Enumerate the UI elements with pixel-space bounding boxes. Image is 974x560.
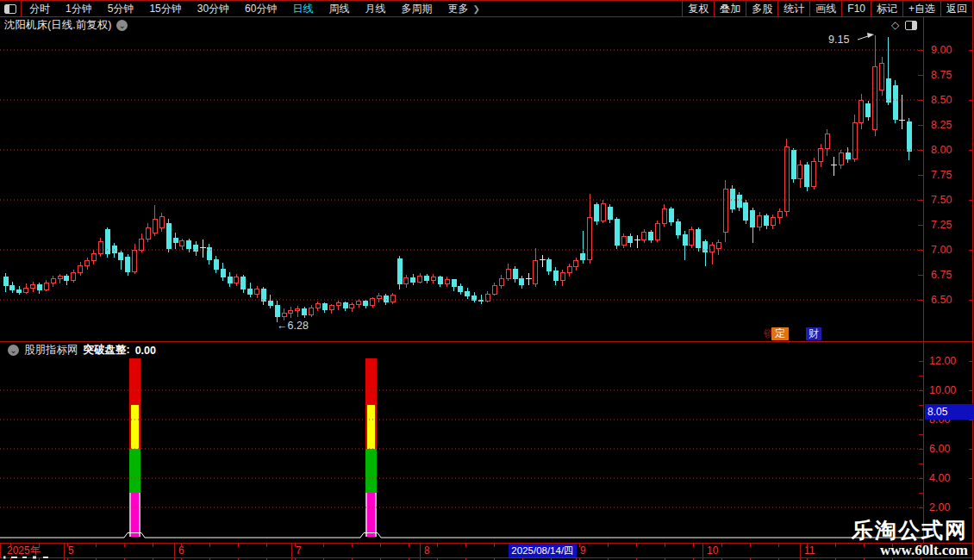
tool-item-0[interactable]: 复权 bbox=[682, 1, 714, 16]
main-y-label: 6.50 bbox=[931, 294, 952, 306]
diamond-icon[interactable]: ◇ bbox=[891, 19, 899, 31]
candle-down bbox=[275, 306, 279, 317]
clipped-glyph bbox=[3, 557, 6, 559]
sub-y-label: 6.00 bbox=[929, 443, 950, 455]
chevron-down-icon[interactable]: ⌄ bbox=[8, 345, 19, 356]
candle-up bbox=[296, 308, 300, 310]
period-item-6[interactable]: 日线 bbox=[284, 1, 321, 16]
candle-down bbox=[765, 216, 769, 225]
tool-item-8[interactable]: 返回 bbox=[940, 1, 972, 16]
main-y-label: 8.00 bbox=[931, 144, 952, 156]
candle-down bbox=[187, 241, 191, 249]
candle-up bbox=[499, 279, 503, 286]
period-item-8-label: 月线 bbox=[365, 2, 385, 16]
candle-down bbox=[397, 258, 402, 283]
candle-up bbox=[289, 311, 293, 313]
candle-up bbox=[390, 295, 395, 302]
candle-up bbox=[282, 313, 286, 317]
indicator-panel-chart[interactable] bbox=[0, 358, 922, 538]
candle-up bbox=[784, 147, 789, 212]
candle-down bbox=[546, 260, 551, 271]
annotation-high: 9.15 bbox=[828, 34, 849, 46]
candle-up bbox=[350, 305, 354, 308]
main-y-label: 7.75 bbox=[931, 169, 952, 181]
tool-item-0-label: 复权 bbox=[688, 2, 709, 16]
chart-canvas[interactable]: 9.15←6.286.506.757.007.257.507.758.008.2… bbox=[0, 0, 974, 560]
candle-up bbox=[377, 296, 381, 298]
candle-down bbox=[730, 189, 734, 208]
tool-item-4[interactable]: 画线 bbox=[809, 1, 841, 16]
candle-down bbox=[10, 286, 15, 290]
tool-item-6-label: 标记 bbox=[877, 2, 897, 16]
candle-up bbox=[777, 212, 782, 218]
candle-down bbox=[669, 208, 673, 221]
candle-up bbox=[852, 123, 857, 159]
year-label: 2025年 bbox=[7, 544, 41, 557]
candle-down bbox=[65, 276, 69, 281]
main-y-label: 9.00 bbox=[931, 44, 952, 56]
panel-toggle-icon[interactable] bbox=[905, 21, 917, 30]
candle-up bbox=[601, 204, 605, 221]
candle-up bbox=[85, 261, 90, 266]
candle-down bbox=[126, 257, 130, 271]
main-y-label: 6.75 bbox=[931, 269, 952, 281]
tool-item-6[interactable]: 标记 bbox=[871, 1, 902, 16]
candle-down bbox=[343, 302, 347, 308]
period-item-3-label: 15分钟 bbox=[149, 2, 181, 16]
tool-item-3[interactable]: 统计 bbox=[777, 1, 809, 16]
layout-toggle-button[interactable] bbox=[0, 1, 22, 16]
period-item-5[interactable]: 60分钟 bbox=[237, 1, 284, 16]
clipped-glyph bbox=[11, 557, 17, 558]
quick-badges: 锁 定 财 bbox=[764, 327, 821, 341]
finance-badge[interactable]: 财 bbox=[806, 327, 821, 340]
period-item-4[interactable]: 30分钟 bbox=[190, 1, 237, 16]
candle-down bbox=[173, 238, 178, 243]
candle-down bbox=[615, 219, 619, 245]
candle-up bbox=[621, 237, 626, 245]
candle-down bbox=[465, 292, 470, 296]
candle-up bbox=[859, 100, 864, 123]
main-candlestick-chart[interactable]: 9.15←6.28 bbox=[3, 33, 911, 332]
candle-down bbox=[221, 269, 225, 277]
ding-badge[interactable]: 定 bbox=[771, 327, 789, 340]
candle-down bbox=[696, 230, 701, 248]
candle-up bbox=[825, 134, 829, 148]
chevron-down-icon[interactable]: ⌄ bbox=[116, 20, 128, 31]
period-item-9[interactable]: 多周期 bbox=[393, 1, 440, 16]
date-readout: 2025/08/14/四 bbox=[509, 544, 577, 557]
chart-title-row: 沈阳机床(日线.前复权) ⌄ bbox=[4, 18, 128, 33]
period-item-7[interactable]: 周线 bbox=[321, 1, 357, 16]
candle-up bbox=[72, 273, 76, 281]
candle-up bbox=[839, 152, 843, 165]
candle-down bbox=[791, 150, 796, 179]
period-item-10[interactable]: 更多❯ bbox=[440, 1, 487, 16]
candle-up bbox=[234, 277, 239, 283]
candle-up bbox=[873, 67, 877, 130]
tool-item-1[interactable]: 叠加 bbox=[714, 1, 746, 16]
candle-down bbox=[595, 205, 599, 221]
candle-down bbox=[649, 232, 653, 240]
candle-up bbox=[153, 219, 157, 233]
candle-down bbox=[608, 207, 612, 219]
tool-item-2[interactable]: 多股 bbox=[746, 1, 777, 16]
main-y-label: 7.00 bbox=[931, 244, 952, 256]
candle-down bbox=[846, 152, 850, 159]
period-item-0[interactable]: 分时 bbox=[22, 1, 58, 16]
candle-down bbox=[438, 277, 442, 283]
candle-down bbox=[553, 271, 558, 281]
tool-item-7[interactable]: +自选 bbox=[902, 1, 940, 16]
period-item-8[interactable]: 月线 bbox=[357, 1, 393, 16]
period-item-1[interactable]: 1分钟 bbox=[58, 1, 100, 16]
tool-item-3-label: 统计 bbox=[784, 2, 804, 16]
window-split-icon bbox=[4, 4, 16, 14]
candle-down bbox=[513, 269, 517, 279]
period-item-2[interactable]: 5分钟 bbox=[100, 1, 142, 16]
candle-up bbox=[819, 149, 823, 162]
candle-up bbox=[431, 277, 435, 281]
top-menu-bar: 分时1分钟5分钟15分钟30分钟60分钟日线周线月线多周期更多❯ 复权叠加多股统… bbox=[0, 0, 972, 17]
tool-item-4-label: 画线 bbox=[815, 2, 836, 16]
period-item-3[interactable]: 15分钟 bbox=[141, 1, 189, 16]
month-label: 7 bbox=[296, 544, 302, 557]
clipped-glyph bbox=[33, 557, 36, 559]
tool-item-5[interactable]: F10 bbox=[841, 1, 871, 16]
